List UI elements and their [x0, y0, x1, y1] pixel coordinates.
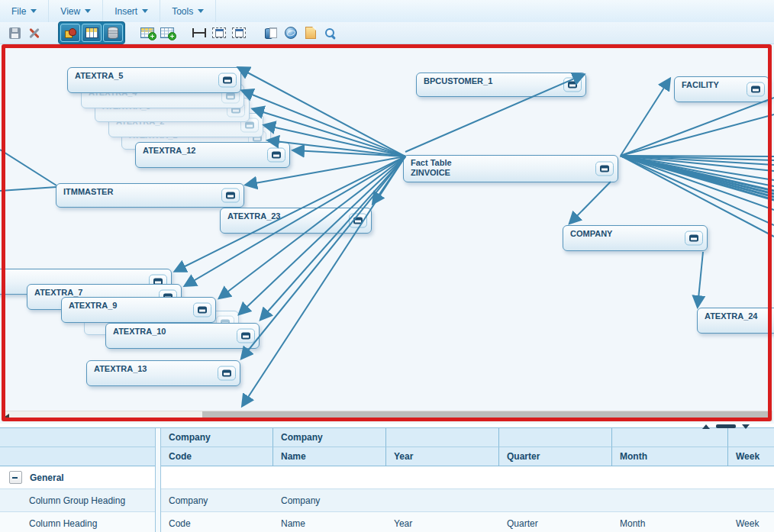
property-value-cell[interactable]: Company	[161, 489, 273, 512]
header-cell[interactable]: Year	[386, 447, 499, 466]
table-window-button[interactable]	[349, 214, 367, 228]
property-value-cell[interactable]: Quarter	[499, 512, 612, 532]
fact-table-name: ZINVOICE	[411, 168, 450, 177]
menu-view[interactable]: View	[49, 0, 103, 22]
schema-designer-window: { "menu": { "items": [ {"label": "File"}…	[0, 0, 774, 532]
column-width-button[interactable]	[189, 24, 209, 42]
view-grid-button[interactable]	[82, 24, 102, 42]
property-row-label: Column Heading	[0, 512, 155, 532]
table-window-button[interactable]	[685, 231, 703, 246]
property-value-cell[interactable]	[612, 489, 728, 512]
horizontal-resize-icon	[192, 28, 206, 37]
database-icon	[108, 27, 118, 39]
collapse-down-icon[interactable]	[742, 424, 750, 429]
menu-file[interactable]: File	[0, 0, 49, 22]
property-value-cell[interactable]: Company	[273, 489, 386, 512]
header-cell[interactable]	[612, 428, 728, 447]
table-node-bpcustomer-1[interactable]: BPCUSTOMER_1	[416, 73, 586, 97]
insert-dimension-table-button[interactable]	[137, 24, 157, 42]
header-cell[interactable]	[386, 428, 499, 447]
window-icon	[272, 152, 281, 159]
header-cell[interactable]	[499, 428, 612, 447]
table-node-atextra-5[interactable]: ATEXTRA_5	[67, 67, 241, 93]
window-icon	[568, 82, 577, 89]
menu-tools[interactable]: Tools	[160, 0, 216, 22]
property-value-cell[interactable]: Name	[273, 512, 386, 532]
property-value-cell[interactable]	[386, 489, 499, 512]
table-node-atextra-23[interactable]: ATEXTRA_23	[220, 208, 372, 234]
diagram-horizontal-scrollbar[interactable]	[2, 411, 772, 421]
property-row-label: Column Group Heading	[0, 489, 155, 512]
header-cell[interactable]: Code	[161, 447, 273, 466]
plus-badge-icon	[148, 32, 156, 40]
table-window-button[interactable]	[563, 78, 582, 92]
table-window-button[interactable]	[595, 162, 614, 176]
header-cell[interactable]: Company	[273, 428, 386, 447]
view-shapes-button[interactable]	[60, 24, 80, 42]
table-window-button[interactable]	[218, 73, 237, 88]
property-row-column-heading: Column Heading Code Name Year Quarter Mo…	[0, 512, 774, 532]
header-cell	[0, 447, 155, 466]
table-window-button[interactable]	[747, 82, 765, 97]
scroll-left-icon[interactable]	[5, 414, 9, 420]
table-window-button[interactable]	[237, 329, 255, 343]
table-node-atextra-9[interactable]: ATEXTRA_9	[61, 297, 216, 323]
panel-splitter[interactable]	[702, 424, 750, 429]
table-node-atextra-13[interactable]: ATEXTRA_13	[86, 360, 240, 386]
header-cell[interactable]: Month	[612, 447, 728, 466]
table-node-atextra-10[interactable]: ATEXTRA_10	[105, 323, 260, 349]
window-icon	[689, 235, 698, 242]
table-window-button[interactable]	[218, 366, 236, 381]
window-icon	[245, 122, 254, 129]
window-icon	[223, 77, 232, 84]
fit-width-button[interactable]	[209, 24, 229, 42]
view-database-button[interactable]	[103, 24, 123, 42]
window-icon	[241, 333, 250, 340]
table-window-button[interactable]	[267, 148, 285, 163]
database-document-button[interactable]	[261, 24, 281, 42]
table-node-atextra-24[interactable]: ATEXTRA_24	[697, 308, 774, 334]
save-icon	[9, 27, 21, 39]
menu-insert[interactable]: Insert	[103, 0, 160, 22]
tools-button[interactable]	[24, 24, 44, 42]
chevron-down-icon	[198, 9, 204, 13]
header-cell[interactable]: Name	[273, 447, 386, 466]
table-window-button[interactable]	[221, 189, 240, 203]
expand-up-icon[interactable]	[702, 424, 710, 429]
splitter-grip-icon[interactable]	[716, 424, 736, 428]
table-node-itmmaster[interactable]: ITMMASTER	[56, 183, 244, 208]
property-value-cell[interactable]: Month	[612, 512, 728, 532]
plus-badge-icon	[168, 32, 176, 40]
header-cell[interactable]: Quarter	[499, 447, 612, 466]
menu-file-label: File	[11, 6, 26, 17]
insert-table-button[interactable]	[157, 24, 177, 42]
schema-diagram-canvas[interactable]: ATEXTRA_1 ATEXTRA_2 ATEXTRA_3 ATEXTRA_4 …	[0, 44, 774, 424]
web-button[interactable]	[281, 24, 301, 42]
chevron-down-icon	[31, 9, 37, 13]
window-icon	[226, 93, 235, 100]
scrollbar-thumb[interactable]	[202, 411, 771, 421]
save-button[interactable]	[5, 24, 24, 42]
property-value-cell[interactable]	[499, 489, 612, 512]
zoom-button[interactable]	[321, 24, 340, 42]
notes-button[interactable]	[301, 24, 321, 42]
fact-table-node-zinvoice[interactable]: Fact TableZINVOICE	[403, 155, 618, 182]
fit-height-button[interactable]	[229, 24, 249, 42]
note-page-icon	[305, 27, 316, 39]
table-window-button[interactable]	[193, 303, 211, 318]
collapse-minus-icon[interactable]	[9, 471, 22, 484]
property-value-cell[interactable]: Code	[161, 512, 273, 532]
chevron-down-icon	[142, 9, 148, 13]
header-cell[interactable]: Company	[161, 428, 273, 447]
property-value-cell[interactable]: Year	[386, 512, 499, 532]
header-cell[interactable]: Week	[728, 447, 774, 466]
window-icon	[226, 192, 235, 199]
table-node-company[interactable]: COMPANY	[563, 225, 708, 251]
toolbar	[0, 22, 774, 44]
property-value-cell[interactable]	[728, 489, 774, 512]
property-value-cell[interactable]: Week	[728, 512, 774, 532]
table-node-facility[interactable]: FACILITY	[674, 76, 769, 102]
table-node-atextra-12[interactable]: ATEXTRA_12	[135, 142, 290, 168]
header-cell[interactable]	[728, 428, 774, 447]
add-table-icon	[160, 27, 174, 38]
